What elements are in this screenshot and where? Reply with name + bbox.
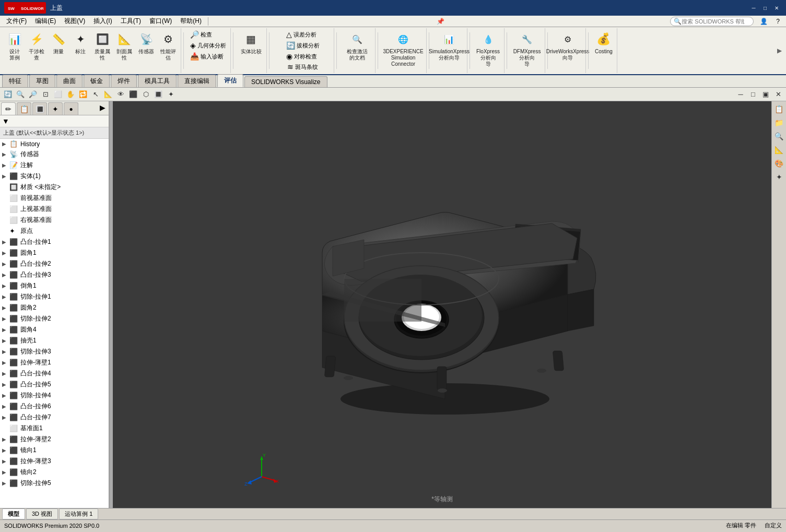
- search-box[interactable]: 🔍: [670, 17, 754, 26]
- expand-fillet2[interactable]: [2, 305, 9, 311]
- tree-item-notes[interactable]: 📝 注解: [0, 160, 109, 171]
- simxpress-button[interactable]: 📊 SimulationXpress分析向导: [433, 29, 465, 63]
- tab-surface[interactable]: 曲面: [56, 75, 83, 87]
- expand-solid[interactable]: [2, 173, 9, 179]
- rp-view-button[interactable]: 📋: [773, 103, 785, 115]
- panel-tab-property[interactable]: 📋: [17, 102, 31, 115]
- expand-cut4[interactable]: [2, 393, 9, 398]
- bottom-tab-3dview[interactable]: 3D 视图: [26, 509, 58, 519]
- close-viewport-button[interactable]: ✕: [772, 89, 784, 100]
- zebra-button[interactable]: ≋ 斑马条纹: [285, 62, 321, 72]
- menu-window[interactable]: 窗口(W): [145, 16, 176, 27]
- tree-item-cut1[interactable]: ⬛ 切除-拉伸1: [0, 291, 109, 302]
- tree-item-sensors[interactable]: 📡 传感器: [0, 149, 109, 160]
- import-diag-button[interactable]: 📥 输入诊断: [188, 51, 228, 62]
- 3d-display-button[interactable]: 🔳: [152, 89, 164, 100]
- tab-sketch[interactable]: 草图: [29, 75, 55, 87]
- select-button[interactable]: ↖: [90, 89, 101, 100]
- expand-cut5[interactable]: [2, 480, 9, 486]
- expand-mirror1[interactable]: [2, 447, 9, 453]
- 3dexp-button[interactable]: 🌐 3DEXPERIENCESimulationConnector: [382, 29, 424, 69]
- tab-visualize[interactable]: SOLIDWORKS Visualize: [244, 76, 327, 87]
- tree-item-chamfer1[interactable]: ⬛ 倒角1: [0, 280, 109, 291]
- hide-show-button[interactable]: 👁: [115, 89, 126, 100]
- expand-sensors[interactable]: [2, 151, 9, 157]
- expand-boss3[interactable]: [2, 272, 9, 278]
- error-analysis-button[interactable]: △ 误差分析: [284, 29, 322, 40]
- compare-button[interactable]: ▦ 实体比较: [239, 29, 264, 56]
- tab-direct-edit[interactable]: 直接编辑: [178, 75, 216, 87]
- window-controls[interactable]: ─ □ ✕: [748, 4, 782, 12]
- tree-item-cut2[interactable]: ⬛ 切除-拉伸2: [0, 313, 109, 324]
- bottom-tab-motion[interactable]: 运动算例 1: [59, 509, 98, 519]
- tree-item-loft1[interactable]: ⬛ 拉伸-薄壁1: [0, 357, 109, 368]
- menu-edit[interactable]: 编辑(E): [31, 16, 60, 27]
- panel-tab-feature[interactable]: ✏: [1, 102, 16, 115]
- tree-item-boss6[interactable]: ⬛ 凸台-拉伸6: [0, 401, 109, 412]
- tree-item-boss3[interactable]: ⬛ 凸台-拉伸3: [0, 269, 109, 280]
- zoom-in-button[interactable]: 🔍: [15, 89, 26, 100]
- expand-notes[interactable]: [2, 162, 9, 168]
- view-orient-button[interactable]: 🔄: [2, 89, 14, 100]
- view-display-button[interactable]: ⬡: [140, 89, 151, 100]
- tree-item-cut4[interactable]: ⬛ 切除-拉伸4: [0, 390, 109, 401]
- rp-pin-button[interactable]: ✦: [773, 171, 785, 183]
- filter-icon[interactable]: ▼: [2, 117, 9, 125]
- zoom-out-button[interactable]: 🔎: [27, 89, 39, 100]
- tree-item-right-plane[interactable]: ⬜ 右视基准面: [0, 215, 109, 226]
- expand-boss5[interactable]: [2, 382, 9, 387]
- tab-mold[interactable]: 模具工具: [138, 75, 177, 87]
- rp-search-button[interactable]: 🔍: [773, 131, 785, 142]
- expand-chamfer1[interactable]: [2, 283, 9, 289]
- tree-item-cut3[interactable]: ⬛ 切除-拉伸3: [0, 346, 109, 357]
- section-view-button[interactable]: ⬛: [127, 89, 139, 100]
- measure-button[interactable]: 📏 测量: [48, 29, 69, 56]
- tree-item-boss1[interactable]: ⬛ 凸台-拉伸1: [0, 237, 109, 247]
- floxpress-button[interactable]: 💧 FloXpress分析向导: [474, 29, 502, 69]
- tree-item-material[interactable]: 🔲 材质 <未指定>: [0, 182, 109, 193]
- menu-file[interactable]: 文件(F): [2, 16, 31, 27]
- panel-tab-config[interactable]: 🔳: [32, 102, 47, 115]
- customize-label[interactable]: 自定义: [765, 522, 782, 529]
- menu-view[interactable]: 视图(V): [60, 16, 89, 27]
- check-activate-button[interactable]: 🔍 检查激活的文档: [345, 29, 370, 63]
- performance-button[interactable]: ⚙ 性能评估: [158, 29, 179, 63]
- feature-tree[interactable]: 📋 History 📡 传感器 📝 注解 ⬛ 实体(1) 🔲: [0, 139, 109, 508]
- tree-item-plane1[interactable]: ⬜ 基准面1: [0, 423, 109, 434]
- undercut-button[interactable]: ✂ 底切分析: [285, 73, 321, 74]
- zoom-window-button[interactable]: ⬜: [52, 89, 64, 100]
- float-button[interactable]: □: [747, 89, 759, 100]
- tree-item-mirror2[interactable]: ⬛ 镜向2: [0, 467, 109, 478]
- tree-item-shell1[interactable]: ⬛ 抽壳1: [0, 335, 109, 346]
- tree-item-cut5[interactable]: ⬛ 切除-拉伸5: [0, 478, 109, 489]
- expand-loft1[interactable]: [2, 360, 9, 365]
- min-window-button[interactable]: ─: [735, 89, 746, 100]
- expand-cut2[interactable]: [2, 316, 9, 322]
- bottom-tab-model[interactable]: 模型: [2, 509, 25, 519]
- tab-evaluate[interactable]: 评估: [217, 74, 243, 87]
- tree-item-loft2[interactable]: ⬛ 拉伸-薄壁2: [0, 434, 109, 445]
- section-properties-button[interactable]: 📐 剖面属性: [114, 29, 135, 63]
- expand-boss7[interactable]: [2, 415, 9, 420]
- expand-boss6[interactable]: [2, 404, 9, 409]
- menu-insert[interactable]: 插入(I): [89, 16, 116, 27]
- tree-item-solid[interactable]: ⬛ 实体(1): [0, 171, 109, 182]
- rp-measure-button[interactable]: 📐: [773, 144, 785, 156]
- tab-sheetmetal[interactable]: 钣金: [84, 75, 110, 87]
- expand-fillet4[interactable]: [2, 327, 9, 333]
- tree-item-boss5[interactable]: ⬛ 凸台-拉伸5: [0, 379, 109, 390]
- mass-properties-button[interactable]: 🔲 质量属性: [92, 29, 113, 63]
- tree-item-mirror1[interactable]: ⬛ 镜向1: [0, 445, 109, 456]
- rotate-button[interactable]: 🔁: [77, 89, 89, 100]
- close-button[interactable]: ✕: [771, 4, 782, 12]
- menu-tools[interactable]: 工具(T): [116, 16, 145, 27]
- axis-button[interactable]: ✦: [165, 89, 177, 100]
- expand-boss1[interactable]: [2, 239, 9, 245]
- design-study-button[interactable]: 📊 设计算例: [4, 29, 25, 63]
- search-input[interactable]: [682, 18, 744, 25]
- minimize-button[interactable]: ─: [748, 4, 759, 12]
- ribbon-expand-button[interactable]: ▶: [775, 28, 784, 73]
- expand-cut1[interactable]: [2, 294, 9, 300]
- expand-loft2[interactable]: [2, 436, 9, 442]
- dfmxpress-button[interactable]: 🔧 DFMXpress分析向导: [511, 29, 543, 69]
